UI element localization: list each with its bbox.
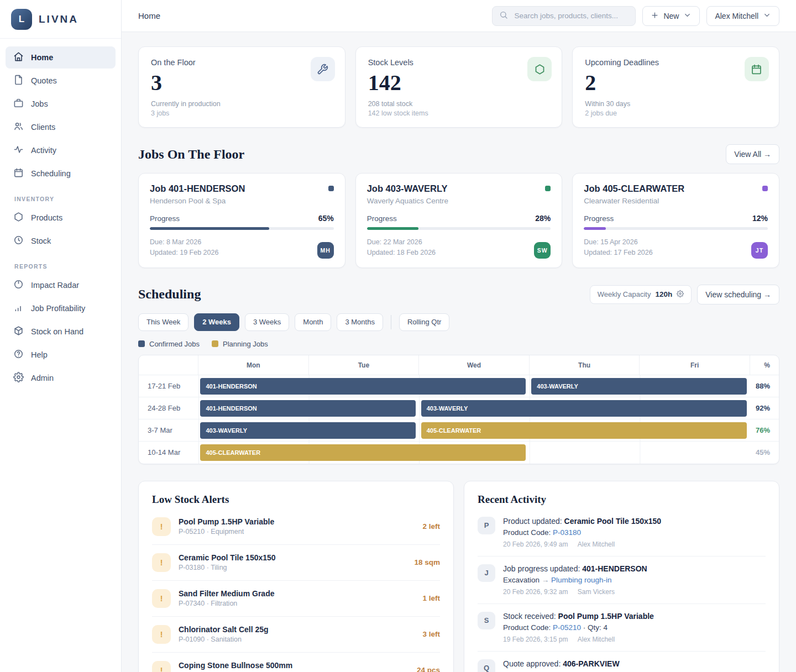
job-card-job-403-waverly[interactable]: Job 403-WAVERLY Waverly Aquatics Centre … [355, 173, 563, 268]
radar-icon [13, 279, 24, 291]
job-status-dot [328, 186, 334, 191]
stat-value: 2 [585, 71, 767, 95]
job-progress-percent: 28% [535, 214, 551, 223]
low-stock-item-chlorinator-salt-cell-25g[interactable]: ! Chlorinator Salt Cell 25g P-01090 · Sa… [152, 617, 440, 653]
tab-rolling-qtr[interactable]: Rolling Qtr [399, 313, 449, 331]
search-input[interactable] [513, 11, 629, 20]
low-stock-panel: Low Stock Alerts ! Pool Pump 1.5HP Varia… [138, 481, 454, 672]
tab-this-week[interactable]: This Week [138, 313, 188, 331]
stat-subtext-2: 2 jobs due [585, 109, 767, 117]
sidebar-item-admin[interactable]: Admin [6, 367, 116, 389]
activity-item: P Product updated: Ceramic Pool Tile 150… [478, 509, 766, 556]
schedule-bar-403-waverly[interactable]: 403-WAVERLY [200, 422, 415, 439]
activity-link[interactable]: Plumbing rough-in [551, 576, 612, 584]
job-due-date: Due: 15 Apr 2026 [584, 237, 652, 248]
sidebar-item-label: Products [31, 213, 62, 222]
week-track: 405-CLEARWATER [198, 442, 750, 464]
job-updated-date: Updated: 18 Feb 2026 [367, 248, 436, 258]
schedule-bar-401-henderson[interactable]: 401-HENDERSON [200, 400, 415, 417]
file-icon [13, 75, 24, 87]
schedule-bar-403-waverly[interactable]: 403-WAVERLY [421, 400, 747, 417]
job-progress-percent: 12% [752, 214, 768, 223]
scheduling-table-body: 17-21 Feb401-HENDERSON403-WAVERLY88%24-2… [139, 375, 779, 464]
tab-month[interactable]: Month [295, 313, 331, 331]
stock-item-code: P-07340 · Filtration [179, 600, 415, 607]
tab-3-weeks[interactable]: 3 Weeks [245, 313, 289, 331]
stat-card: Upcoming Deadlines 2 Within 30 days 2 jo… [572, 46, 779, 128]
legend-label: Confirmed Jobs [149, 340, 200, 348]
stat-subtext-2: 3 jobs [151, 109, 333, 117]
users-icon [13, 121, 24, 133]
sidebar-item-impact-radar[interactable]: Impact Radar [6, 274, 116, 296]
job-status-dot [545, 186, 551, 191]
tab-2-weeks[interactable]: 2 Weeks [194, 313, 239, 331]
sidebar-item-help[interactable]: Help [6, 344, 116, 366]
app-root: L LIVNA Home Quotes Jobs Clients Activit… [0, 0, 796, 672]
job-progress-track [584, 227, 768, 230]
job-progress-percent: 65% [318, 214, 334, 223]
low-stock-item-ceramic-pool-tile-150x150[interactable]: ! Ceramic Pool Tile 150x150 P-03180 · Ti… [152, 545, 440, 581]
sidebar-item-job-profitability[interactable]: Job Profitability [6, 297, 116, 319]
sidebar-item-home[interactable]: Home [6, 46, 116, 69]
sidebar-item-activity[interactable]: Activity [6, 139, 116, 161]
scheduling-table: MonTueWedThuFri% 17-21 Feb401-HENDERSON4… [138, 355, 779, 464]
job-updated-date: Updated: 17 Feb 2026 [584, 248, 652, 258]
stat-card: On the Floor 3 Currently in production 3… [138, 46, 345, 128]
sidebar-item-label: Admin [31, 374, 54, 382]
header-mon: Mon [198, 355, 309, 375]
activity-meta: 20 Feb 2026, 9:32 am Sam Vickers [503, 588, 647, 596]
alert-icon: ! [152, 625, 171, 644]
topbar: Home New Alex Mitchell [122, 0, 796, 32]
low-stock-item-pool-pump-1-5hp-variable[interactable]: ! Pool Pump 1.5HP Variable P-05210 · Equ… [152, 509, 440, 545]
schedule-bar-405-clearwater[interactable]: 405-CLEARWATER [421, 422, 747, 439]
schedule-bar-405-clearwater[interactable]: 405-CLEARWATER [200, 444, 526, 461]
schedule-bar-401-henderson[interactable]: 401-HENDERSON [200, 378, 526, 395]
activity-link[interactable]: P-03180 [553, 528, 581, 537]
weekly-capacity-value: 120h [655, 290, 672, 298]
clock-icon [13, 235, 24, 247]
new-button-label: New [663, 12, 679, 20]
header-wed: Wed [419, 355, 530, 375]
activity-detail-text: Product Code: [503, 528, 553, 537]
activity-meta: 20 Feb 2026, 9:49 am Alex Mitchell [503, 540, 661, 548]
sidebar-item-scheduling[interactable]: Scheduling [6, 162, 116, 185]
sidebar-item-clients[interactable]: Clients [6, 116, 116, 138]
job-card-job-401-henderson[interactable]: Job 401-HENDERSON Henderson Pool & Spa P… [138, 173, 345, 268]
low-stock-item-sand-filter-medium-grade[interactable]: ! Sand Filter Medium Grade P-07340 · Fil… [152, 581, 440, 617]
sidebar-item-stock[interactable]: Stock [6, 230, 116, 252]
sidebar-item-stock-on-hand[interactable]: Stock on Hand [6, 321, 116, 343]
low-stock-item-coping-stone-bullnose-500mm[interactable]: ! Coping Stone Bullnose 500mm P-02415 · … [152, 653, 440, 672]
stock-item-name: Coping Stone Bullnose 500mm [179, 661, 409, 670]
job-card-job-405-clearwater[interactable]: Job 405-CLEARWATER Clearwater Residentia… [572, 173, 779, 268]
stock-item-code: P-05210 · Equipment [179, 528, 415, 536]
view-all-button[interactable]: View All → [726, 144, 779, 164]
alert-icon: ! [152, 589, 171, 608]
header-fri: Fri [640, 355, 750, 375]
header-week-column [139, 355, 198, 375]
sidebar-item-label: Help [31, 350, 48, 359]
activity-link[interactable]: P-05210 [553, 623, 581, 632]
week-utilization: 88% [750, 375, 779, 397]
schedule-bar-403-waverly[interactable]: 403-WAVERLY [531, 378, 746, 395]
breadcrumb: Home [138, 11, 160, 20]
sidebar-item-products[interactable]: Products [6, 207, 116, 229]
scheduling-legend: Confirmed JobsPlanning Jobs [138, 340, 779, 348]
view-scheduling-button[interactable]: View scheduling → [697, 285, 779, 305]
new-button[interactable]: New [642, 6, 700, 26]
sidebar-item-quotes[interactable]: Quotes [6, 70, 116, 92]
schedule-row-24-28-feb: 24-28 Feb401-HENDERSON403-WAVERLY92% [139, 397, 779, 419]
brand: L LIVNA [0, 0, 121, 39]
sidebar-item-label: Clients [31, 123, 55, 132]
activity-title: Quote approved: 406-PARKVIEW [503, 659, 624, 668]
job-progress-fill [367, 227, 418, 230]
sidebar-item-jobs[interactable]: Jobs [6, 93, 116, 115]
job-status-dot [762, 186, 768, 191]
user-menu-button[interactable]: Alex Mitchell [706, 6, 779, 26]
stock-item-quantity: 18 sqm [414, 558, 440, 566]
brand-logo: L [11, 9, 32, 30]
tab-3-months[interactable]: 3 Months [337, 313, 383, 331]
gear-icon[interactable] [677, 290, 684, 299]
header-thu: Thu [530, 355, 640, 375]
search-box[interactable] [492, 6, 636, 26]
stat-subtext: Within 30 days [585, 100, 767, 108]
